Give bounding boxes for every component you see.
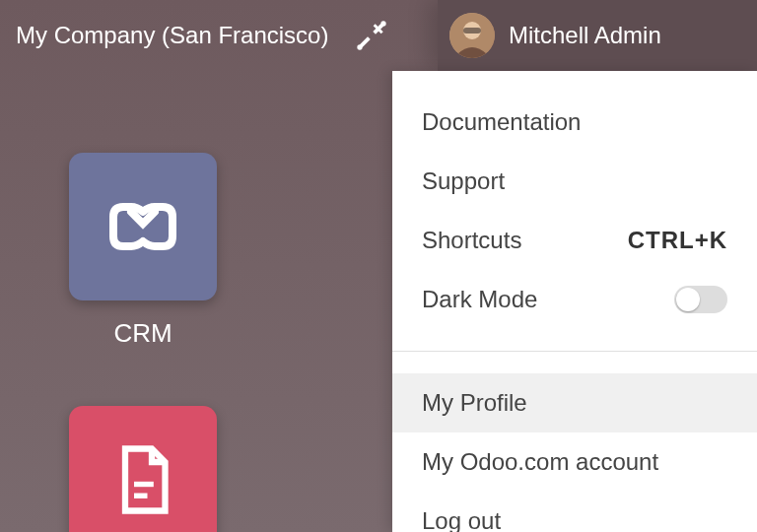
menu-shortcuts[interactable]: Shortcuts CTRL+K <box>392 211 757 270</box>
menu-documentation-label: Documentation <box>422 108 581 136</box>
app-tile-document[interactable] <box>69 406 217 532</box>
menu-log-out-label: Log out <box>422 507 501 532</box>
menu-odoo-account-label: My Odoo.com account <box>422 448 658 476</box>
svg-rect-2 <box>463 28 481 33</box>
menu-dark-mode-label: Dark Mode <box>422 286 537 313</box>
menu-documentation[interactable]: Documentation <box>392 93 757 152</box>
menu-log-out[interactable]: Log out <box>392 492 757 532</box>
user-menu-trigger[interactable]: Mitchell Admin <box>438 0 757 71</box>
user-dropdown: Documentation Support Shortcuts CTRL+K D… <box>392 71 757 532</box>
menu-odoo-account[interactable]: My Odoo.com account <box>392 432 757 492</box>
menu-my-profile[interactable]: My Profile <box>392 373 757 432</box>
menu-dark-mode[interactable]: Dark Mode <box>392 270 757 329</box>
menu-shortcuts-label: Shortcuts <box>422 227 521 254</box>
menu-support-label: Support <box>422 167 505 195</box>
company-selector[interactable]: My Company (San Francisco) <box>16 22 328 49</box>
menu-support[interactable]: Support <box>392 152 757 211</box>
tools-icon[interactable] <box>352 16 391 55</box>
app-tile-crm[interactable] <box>69 153 217 300</box>
avatar <box>449 13 495 58</box>
dark-mode-toggle[interactable] <box>674 286 727 313</box>
app-label-crm: CRM <box>113 318 172 349</box>
app-launcher: CRM <box>69 153 217 532</box>
menu-my-profile-label: My Profile <box>422 389 527 417</box>
username-label: Mitchell Admin <box>509 22 661 49</box>
toggle-knob <box>676 288 700 311</box>
shortcut-key: CTRL+K <box>628 227 727 254</box>
